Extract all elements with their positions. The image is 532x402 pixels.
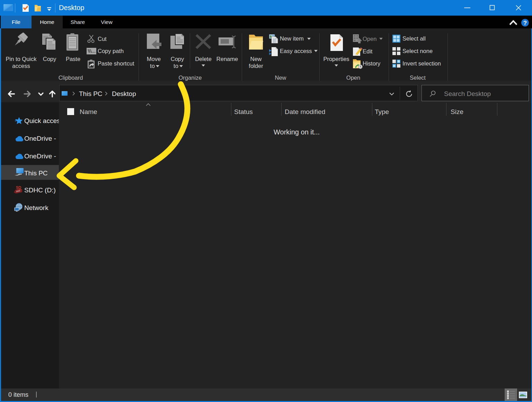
svg-text:?: ? [523,20,527,26]
svg-text:SD: SD [16,185,21,190]
